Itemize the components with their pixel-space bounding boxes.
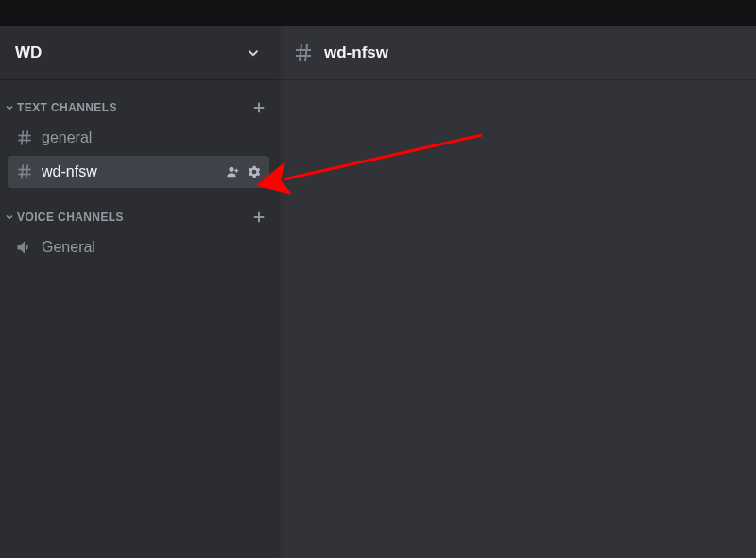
channel-wd-nfsw[interactable]: wd-nfsw bbox=[8, 156, 269, 188]
gear-icon[interactable] bbox=[247, 164, 262, 179]
category-label: TEXT CHANNELS bbox=[17, 101, 117, 114]
svg-line-14 bbox=[300, 44, 301, 61]
app-root: WD TEXT CHANNELS general wd-nfsw bbox=[0, 0, 756, 558]
channel-label: general bbox=[42, 129, 262, 146]
svg-line-4 bbox=[22, 131, 24, 145]
channel-label: General bbox=[42, 239, 262, 256]
window-titlebar bbox=[0, 0, 756, 26]
message-area bbox=[277, 80, 756, 558]
server-name-label: WD bbox=[15, 43, 42, 62]
channel-header: wd-nfsw bbox=[277, 26, 756, 80]
svg-line-8 bbox=[22, 165, 24, 179]
svg-line-15 bbox=[305, 44, 307, 61]
voice-channel-general[interactable]: General bbox=[8, 231, 269, 263]
svg-line-5 bbox=[26, 131, 28, 145]
channel-list: TEXT CHANNELS general wd-nfsw bbox=[0, 80, 277, 265]
invite-people-icon[interactable] bbox=[226, 164, 241, 179]
chevron-down-icon bbox=[245, 44, 262, 61]
category-text-channels[interactable]: TEXT CHANNELS bbox=[0, 95, 277, 120]
channel-label: wd-nfsw bbox=[42, 163, 226, 180]
channel-header-name: wd-nfsw bbox=[324, 43, 388, 62]
plus-icon[interactable] bbox=[250, 209, 267, 226]
hash-icon bbox=[292, 42, 315, 64]
speaker-icon bbox=[15, 238, 34, 257]
server-header[interactable]: WD bbox=[0, 26, 277, 80]
chevron-down-icon bbox=[4, 102, 15, 113]
channel-sidebar: WD TEXT CHANNELS general wd-nfsw bbox=[0, 0, 277, 558]
svg-line-9 bbox=[26, 165, 28, 179]
channel-general[interactable]: general bbox=[8, 122, 269, 154]
category-voice-channels[interactable]: VOICE CHANNELS bbox=[0, 205, 277, 229]
category-label: VOICE CHANNELS bbox=[17, 211, 124, 224]
main-panel: wd-nfsw bbox=[277, 0, 756, 558]
hash-icon bbox=[15, 128, 34, 147]
hash-icon bbox=[15, 162, 34, 181]
plus-icon[interactable] bbox=[250, 99, 267, 116]
chevron-down-icon bbox=[4, 211, 15, 223]
